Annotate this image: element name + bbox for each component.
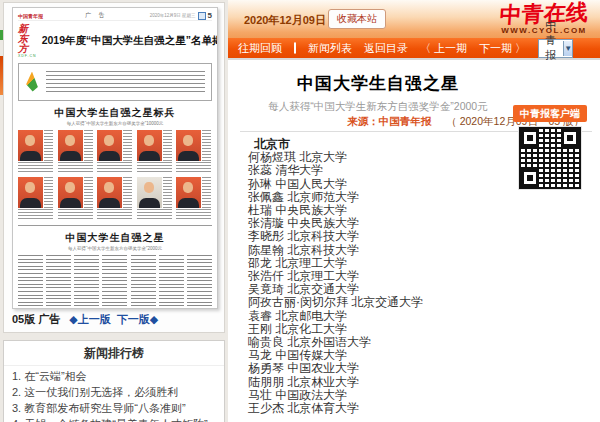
awardee-name: 陆朋朋 北京林业大学 [248,376,528,389]
bookmark-site-button[interactable]: 收藏本站 [328,9,386,29]
chevron-down-icon: ▼ [563,41,572,56]
bio-text-lines [84,177,93,208]
bio-text-lines [97,209,132,220]
article-title: 中国大学生自强之星 [228,72,528,95]
portrait-head [25,182,35,193]
qr-finder-icon [521,169,539,187]
awardee-card [18,177,54,220]
bio-text-lines [44,130,53,161]
portrait-head [104,135,114,146]
portrait-photo [18,177,43,208]
bio-text-lines [176,209,211,220]
awardee-name: 杨勇琴 中国农业大学 [248,362,528,375]
awardee-name: 李晓彤 北京科技大学 [248,230,528,243]
portrait-photo [97,130,122,161]
portrait-head [65,135,75,146]
navbar: 往期回顾 新闻列表 返回目录 〈 上一期 下一期 〉 中青报系 ▼ [228,38,600,60]
awardee-card [18,130,54,173]
portrait-photo [176,177,201,208]
portrait-body [20,198,41,208]
section1-subtitle: 每人获得“中国大学生新东方自强奖学金”10000元 [18,121,212,126]
qr-finder-icon [521,129,539,147]
awardee-name: 王少杰 北京体育大学 [248,402,528,415]
bio-text-lines [44,177,53,208]
portrait-body [139,151,160,161]
brand-domain: XDF.CN [18,55,37,59]
portrait-body [178,198,199,208]
awardee-card [176,130,212,173]
portrait-photo [137,177,162,208]
section2-title: 中国大学生自强之星 [18,231,212,245]
intro-paragraph-lines [46,71,205,93]
portrait-head [25,135,35,146]
next-page-link[interactable]: 下一版◆ [117,312,158,327]
page-navigation: 05版 广告 ◆上一版 下一版◆ [12,312,158,327]
bio-text-lines [163,177,172,208]
names-column [131,255,156,310]
awardee-name: 张蕊 清华大学 [248,164,528,177]
app-qr-block: 中青报客户端 [513,105,587,189]
bio-text-lines [18,162,53,173]
awardee-name: 阿孜古丽·闵切尔拜 北京交通大学 [248,296,528,309]
awardee-card [137,177,173,220]
paper-section-label: 广 告 [85,11,108,20]
portrait-body [99,198,120,208]
awardee-name: 陈星翰 北京科技大学 [248,244,528,257]
list-view-icon[interactable] [294,42,296,54]
newspaper-page-thumbnail[interactable]: 中国青年报 广 告 2020年12月9日 星期三 5 新东方 XDF.CN 20… [12,7,218,309]
nav-prev-issue[interactable]: 〈 上一期 [420,41,467,56]
bio-text-lines [202,130,211,161]
bio-text-lines [137,209,172,220]
paper-masthead: 中国青年报 广 告 2020年12月9日 星期三 5 [18,11,212,21]
xdf-brand-logo: 新东方 XDF.CN [18,24,37,59]
ranking-item[interactable]: 4. 无锡：全链条构建“最美青年人才矩阵” [12,416,220,422]
nav-back-to-toc[interactable]: 返回目录 [364,41,408,56]
article-subtitle: 每人获得“中国大学生新东方自强奖学金”2000元 [228,100,528,114]
awardee-card [137,130,173,173]
nav-past-issues[interactable]: 往期回顾 [238,41,282,56]
names-grid [18,255,212,310]
logo-url: WWW.CYOL.COM [496,26,592,35]
newspaper-viewer: 中国青年报 广 告 2020年12月9日 星期三 5 新东方 XDF.CN 20… [3,2,225,333]
paper-series-dropdown[interactable]: 中青报系 ▼ [538,39,573,58]
portrait-body [20,151,41,161]
brand-name: 新东方 [18,24,37,54]
names-column [18,255,43,310]
section-divider [18,225,212,226]
names-column [102,255,127,310]
right-column: 2020年12月09日 星期三 收藏本站 中青在线 WWW.CYOL.COM 往… [228,0,600,422]
names-column [46,255,71,310]
portrait-head [65,182,75,193]
ranking-title: 新闻排行榜 [4,341,224,366]
awardee-card [97,130,133,173]
news-ranking-panel: 新闻排行榜 1. 在“云端”相会2. 这一仗我们别无选择，必须胜利3. 教育部发… [3,340,225,422]
bio-text-lines [97,162,132,173]
left-column: 中国青年报 广 告 2020年12月9日 星期三 5 新东方 XDF.CN 20… [0,0,228,422]
nav-next-issue[interactable]: 下一期 〉 [479,41,526,56]
bio-text-lines [18,209,53,220]
portrait-body [139,198,160,208]
awardee-card [58,177,94,220]
paper-date: 2020年12月9日 星期三 [150,13,196,18]
qr-finder-icon [561,129,579,147]
awardee-name: 袁睿 北京邮电大学 [248,310,528,323]
site-logo[interactable]: 中青在线 WWW.CYOL.COM [496,1,592,35]
bio-text-lines [58,209,93,220]
nav-news-list[interactable]: 新闻列表 [308,41,352,56]
portrait-body [60,198,81,208]
ranking-item[interactable]: 2. 这一仗我们别无选择，必须胜利 [12,384,220,400]
prev-page-link[interactable]: ◆上一版 [69,312,110,327]
ad-headline: 2019年度“中国大学生自强之星”名单揭晓 [42,34,218,48]
ranking-item[interactable]: 3. 教育部发布研究生导师“八条准则” [12,400,220,416]
awardee-card [58,130,94,173]
portrait-body [178,151,199,161]
ranking-item[interactable]: 1. 在“云端”相会 [12,368,220,384]
portrait-head [183,135,193,146]
portrait-photo [97,177,122,208]
bio-text-lines [123,130,132,161]
paper-name: 中国青年报 [18,13,43,19]
photo-row-2 [18,177,212,220]
portrait-photo [58,177,83,208]
portrait-head [144,135,154,146]
names-column [159,255,184,310]
